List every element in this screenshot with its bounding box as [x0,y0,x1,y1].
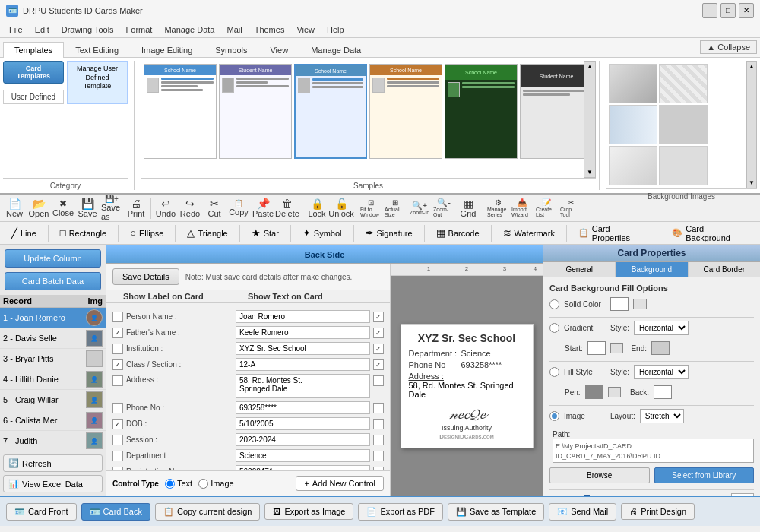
card-front-tab[interactable]: 🪪 Card Front [6,503,77,521]
tab-background[interactable]: Background [616,262,688,277]
institution-text-check[interactable] [373,344,384,354]
card-back-tab[interactable]: 🪪 Card Back [81,503,150,521]
red-value-input[interactable] [731,493,754,496]
sample-card-3[interactable]: School Name [294,64,367,159]
save-as-button[interactable]: 💾+Save as [100,197,123,220]
fill-style-select[interactable]: Horizontal Vertical [634,365,689,379]
phone-label-check[interactable] [112,403,123,413]
menu-help[interactable]: Help [321,24,350,36]
solid-color-radio[interactable] [549,299,559,309]
department-text-check[interactable] [373,451,384,461]
minimize-button[interactable]: — [702,3,717,18]
create-list-button[interactable]: 📝Create List [535,197,558,220]
class-section-text-check[interactable] [373,359,384,370]
tab-text-editing[interactable]: Text Editing [64,42,130,58]
fathers-name-label-check[interactable] [112,328,123,338]
record-row[interactable]: 5 - Craig Willar 👤 [0,390,106,410]
star-tool[interactable]: ★ Star [246,225,284,241]
watermark-tool[interactable]: ≋ Watermark [498,225,560,241]
grid-button[interactable]: ▦Grid [457,197,480,220]
session-label-check[interactable] [112,435,123,445]
manage-user-defined-button[interactable]: Manage User Defined Template [67,61,128,104]
class-section-label-check[interactable] [112,359,123,370]
bg-thumb-3[interactable] [609,105,657,144]
new-button[interactable]: 📄New [3,197,26,220]
bg-thumb-2[interactable] [659,64,708,103]
maximize-button[interactable]: □ [720,3,736,18]
person-name-label-check[interactable] [112,312,123,322]
menu-edit[interactable]: Edit [29,24,55,36]
red-slider[interactable] [581,496,707,496]
registration-input[interactable] [236,465,370,470]
ellipse-tool[interactable]: ○ Ellipse [125,225,169,241]
delete-button[interactable]: 🗑Delete [276,197,299,220]
pen-dots[interactable]: ... [608,387,622,397]
gradient-radio[interactable] [549,323,559,333]
rectangle-tool[interactable]: □ Rectangle [55,225,112,241]
menu-format[interactable]: Format [120,24,159,36]
open-button[interactable]: 📂Open [27,197,50,220]
institution-label-check[interactable] [112,344,123,354]
fit-window-button[interactable]: ⊡Fit to Window [359,197,382,220]
tab-image-editing[interactable]: Image Editing [130,42,204,58]
paste-button[interactable]: 📌Paste [252,197,274,220]
fathers-name-input[interactable] [236,326,370,339]
actual-size-button[interactable]: ⊞Actual Size [384,197,407,220]
radio-image[interactable]: Image [198,479,234,489]
phone-input[interactable] [236,401,370,414]
user-defined-button[interactable]: User Defined [3,90,64,104]
collapse-button[interactable]: ▲ Collapse [700,40,757,54]
menu-view[interactable]: View [290,24,321,36]
export-pdf-tab[interactable]: 📄 Export as PDF [358,503,443,521]
lock-button[interactable]: 🔒Lock [306,197,328,220]
fill-style-radio[interactable] [549,367,559,377]
bg-thumb-5[interactable] [609,146,657,185]
triangle-tool[interactable]: △ Triangle [182,225,233,241]
session-text-check[interactable] [373,435,384,445]
gradient-start-dots[interactable]: ... [610,343,624,353]
address-text-check[interactable] [373,375,384,386]
card-background-tool[interactable]: 🎨 Card Background [667,222,754,245]
image-radio[interactable] [549,411,559,421]
card-batch-data-button[interactable]: Card Batch Data [5,272,101,290]
dob-text-check[interactable] [373,419,384,429]
view-excel-button[interactable]: 📊 View Excel Data [3,475,103,492]
record-row[interactable]: 3 - Bryar Pitts [0,349,106,369]
refresh-button[interactable]: 🔄 Refresh [3,454,103,472]
record-row[interactable]: 6 - Calista Mer 👤 [0,410,106,431]
fathers-name-text-check[interactable] [373,328,384,338]
record-row[interactable]: 1 - Joan Romero 👤 [0,308,106,328]
undo-button[interactable]: ↩Undo [154,197,177,220]
symbol-tool[interactable]: ✦ Symbol [297,225,347,241]
department-label-check[interactable] [112,451,123,461]
menu-drawing-tools[interactable]: Drawing Tools [55,24,120,36]
department-input[interactable] [236,449,370,462]
save-details-button[interactable]: Save Details [112,268,179,285]
menu-mail[interactable]: Mail [220,24,248,36]
card-templates-button[interactable]: Card Templates [3,61,64,84]
red-slider-thumb[interactable] [584,495,590,496]
gradient-style-select[interactable]: Horizontal Vertical [634,321,689,335]
sample-card-1[interactable]: School Name [144,64,217,159]
session-input[interactable] [236,433,370,446]
solid-color-picker[interactable] [610,297,629,311]
solid-color-dots-button[interactable]: ... [633,299,647,309]
menu-manage-data[interactable]: Manage Data [158,24,220,36]
bg-scrollbar[interactable]: ▲ ▼ [746,61,757,188]
menu-file[interactable]: File [3,24,29,36]
gradient-start-color[interactable] [587,341,606,355]
send-mail-tab[interactable]: 📧 Send Mail [549,503,616,521]
pen-color[interactable] [585,385,603,399]
redo-button[interactable]: ↪Redo [179,197,201,220]
person-name-input[interactable] [236,310,370,323]
radio-text[interactable]: Text [165,479,192,489]
print-button[interactable]: 🖨Print [125,197,147,220]
record-row[interactable]: 7 - Judith 👤 [0,431,106,451]
close-button[interactable]: ✕ [739,3,754,18]
browse-button[interactable]: Browse [549,467,650,483]
line-tool[interactable]: ╱ Line [6,225,42,241]
class-section-input[interactable] [236,358,370,371]
save-template-tab[interactable]: 💾 Save as Template [448,503,544,521]
dob-input[interactable] [236,417,370,430]
bg-thumb-4[interactable] [659,105,708,144]
